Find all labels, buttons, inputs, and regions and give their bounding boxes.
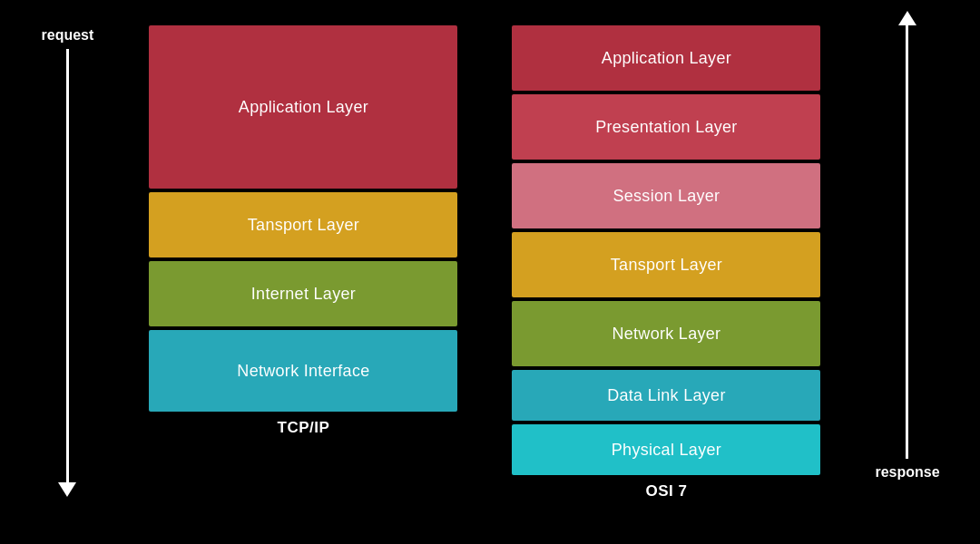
- osi-application-layer: Application Layer: [512, 25, 820, 91]
- tcpip-title: TCP/IP: [278, 419, 330, 437]
- tcpip-internet-layer: Internet Layer: [149, 261, 457, 326]
- request-arrow: [66, 49, 69, 484]
- request-label: request: [42, 27, 94, 44]
- osi-layers-stack: Application Layer Presentation Layer Ses…: [512, 25, 820, 475]
- osi-column: Application Layer Presentation Layer Ses…: [512, 18, 820, 500]
- request-arrow-area: request: [40, 18, 94, 484]
- osi-physical-layer: Physical Layer: [512, 424, 820, 475]
- response-arrow: [906, 24, 908, 459]
- main-container: request Application Layer Tansport Layer…: [0, 0, 980, 544]
- response-label: response: [875, 464, 939, 481]
- osi-session-layer: Session Layer: [512, 163, 820, 228]
- osi-title: OSI 7: [645, 482, 687, 500]
- osi-presentation-layer: Presentation Layer: [512, 94, 820, 160]
- tcpip-layers-stack: Application Layer Tansport Layer Interne…: [149, 25, 457, 412]
- tcpip-application-layer: Application Layer: [149, 25, 457, 189]
- osi-transport-layer: Tansport Layer: [512, 232, 820, 297]
- tcpip-column: Application Layer Tansport Layer Interne…: [149, 18, 457, 437]
- tcpip-transport-layer: Tansport Layer: [149, 192, 457, 257]
- osi-network-layer: Network Layer: [512, 301, 820, 366]
- tcpip-network-layer: Network Interface: [149, 330, 457, 412]
- osi-datalink-layer: Data Link Layer: [512, 370, 820, 421]
- response-arrow-area: response: [875, 18, 939, 490]
